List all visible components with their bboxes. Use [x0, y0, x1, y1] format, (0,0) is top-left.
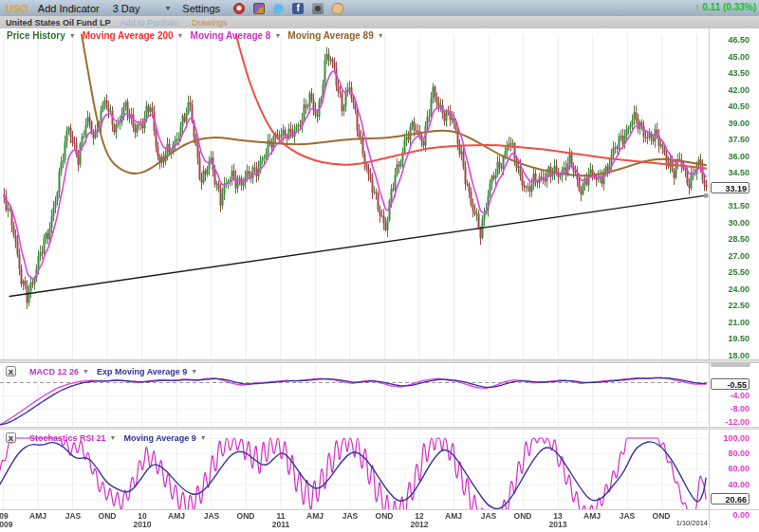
close-icon[interactable]: X [6, 366, 16, 376]
date-label: OND [230, 511, 262, 521]
date-label: AMJ [160, 511, 193, 521]
price-axis-label: 19.50 [712, 334, 750, 343]
stoch-axis-label: 40.00 [712, 480, 750, 489]
date-label: AMJ [437, 511, 470, 521]
price-axis-label: 21.00 [712, 318, 750, 327]
stoch-value-tag: 20.66 [711, 493, 750, 504]
drawings-link[interactable]: Drawings [192, 18, 228, 28]
date-label: AMJ [576, 511, 608, 521]
date-label: AMJ [299, 511, 331, 521]
macd-axis-label: -12.00 [712, 417, 750, 427]
price-axis-label: 30.00 [712, 218, 750, 228]
company-name: United States Oil Fund LP [6, 18, 111, 28]
toolbar: USO Add Indicator 3 Day ▼ Settings f ↑ 0… [0, 0, 759, 16]
chevron-down-icon[interactable]: ▼ [378, 32, 384, 39]
year-label: 2012 [403, 520, 435, 529]
change-value: 0.11 (0.33%) [702, 2, 756, 12]
price-axis-label: 39.00 [712, 119, 750, 128]
chevron-down-icon[interactable]: ▼ [200, 434, 207, 441]
symbol-label[interactable]: USO [6, 3, 28, 14]
date-label: JAS [334, 511, 366, 521]
axis-scrollbar[interactable] [711, 362, 750, 367]
macd-axis-label: -4.00 [712, 391, 750, 400]
price-axis-label: 18.00 [712, 351, 750, 360]
ma200-dropdown[interactable]: Moving Average 200 [83, 30, 174, 41]
year-label: 2009 [0, 520, 20, 529]
panel-separator-stoch[interactable] [0, 427, 759, 430]
stoch-dropdown[interactable]: Stochastics RSI 21 [29, 433, 106, 443]
price-axis-label: 34.50 [712, 168, 750, 177]
axis-separator [709, 28, 710, 528]
hand-icon[interactable] [331, 1, 344, 14]
date-label: OND [368, 511, 400, 521]
stoch-axis-label: 0.00 [712, 510, 750, 520]
price-axis-label: 36.00 [712, 152, 750, 161]
date-label: JAS [195, 511, 228, 521]
stoch-axis-label: 60.00 [712, 464, 750, 473]
price-panel-legend: Price History▼ Moving Average 200▼ Movin… [0, 28, 384, 43]
stoch-ma-dropdown[interactable]: Moving Average 9 [123, 433, 195, 443]
panel-separator-macd[interactable] [0, 359, 759, 363]
price-axis-label: 31.50 [712, 201, 750, 211]
stoch-axis-label: 80.00 [712, 449, 750, 458]
price-axis-label: 40.50 [712, 101, 750, 111]
date-label: JAS [57, 511, 89, 521]
date-label: JAS [472, 511, 505, 521]
price-axis-label: 46.50 [712, 35, 750, 45]
period-caret-icon[interactable]: ▼ [164, 5, 171, 11]
add-to-portfolio-link[interactable]: Add to Portfolio [120, 18, 179, 28]
macd-axis-label: -8.00 [712, 404, 750, 413]
period-dropdown[interactable]: 3 Day [113, 3, 140, 14]
macd-dropdown[interactable]: MACD 12 26 [29, 367, 79, 376]
facebook-icon[interactable]: f [292, 3, 304, 14]
symbol-info-bar: United States Oil Fund LP Add to Portfol… [0, 16, 759, 28]
price-axis-label: 42.00 [712, 85, 750, 95]
package-icon[interactable] [253, 3, 265, 14]
ma89-dropdown[interactable]: Moving Average 89 [287, 30, 373, 41]
date-label: OND [507, 511, 539, 521]
price-axis-label: 28.50 [712, 234, 750, 244]
price-axis-label: 37.50 [712, 135, 750, 144]
price-axis-label: 27.00 [712, 251, 750, 261]
up-arrow-icon: ↑ [695, 2, 700, 12]
macd-value-tag: -0.55 [711, 378, 750, 390]
date-label: OND [91, 511, 123, 521]
date-label: JAS [611, 511, 643, 521]
charting-app: USO Add Indicator 3 Day ▼ Settings f ↑ 0… [0, 0, 759, 532]
price-change-indicator: ↑ 0.11 (0.33%) [695, 2, 757, 12]
twitter-icon[interactable] [272, 3, 284, 13]
price-history-dropdown[interactable]: Price History [7, 30, 65, 41]
close-icon[interactable]: X [6, 432, 16, 443]
add-indicator-button[interactable]: Add Indicator [38, 3, 100, 14]
chart-canvas[interactable] [0, 0, 759, 532]
chevron-down-icon[interactable]: ▼ [274, 32, 281, 39]
macd-panel-header: X MACD 12 26▼ Exp Moving Average 9▼ [6, 366, 197, 376]
price-axis-label: 24.00 [712, 284, 750, 294]
price-axis-label: 45.00 [712, 52, 750, 62]
chevron-down-icon[interactable]: ▼ [69, 32, 76, 39]
year-label: 2011 [265, 520, 297, 529]
chevron-down-icon[interactable]: ▼ [191, 368, 197, 375]
date-axis-border [0, 509, 759, 510]
date-label: AMJ [22, 511, 54, 521]
macd-signal-dropdown[interactable]: Exp Moving Average 9 [97, 367, 187, 376]
chevron-down-icon[interactable]: ▼ [110, 434, 117, 441]
price-axis-label: 22.50 [712, 301, 750, 310]
chevron-down-icon[interactable]: ▼ [83, 368, 89, 375]
year-label: 2010 [126, 520, 158, 529]
price-axis-label: 43.50 [712, 68, 750, 78]
ma8-dropdown[interactable]: Moving Average 8 [191, 30, 271, 41]
alarm-clock-icon[interactable] [233, 3, 245, 14]
stoch-panel-header: X Stochastics RSI 21▼ Moving Average 9▼ [6, 432, 207, 443]
last-date-label: 1/10/2014 [662, 519, 708, 527]
stoch-axis-label: 100.00 [712, 433, 750, 443]
settings-button[interactable]: Settings [182, 3, 220, 14]
chevron-down-icon[interactable]: ▼ [177, 32, 184, 39]
year-label: 2013 [542, 520, 574, 529]
camera-icon[interactable] [312, 3, 324, 14]
last-price-tag: 33.19 [711, 182, 750, 193]
price-axis-label: 25.50 [712, 267, 750, 277]
